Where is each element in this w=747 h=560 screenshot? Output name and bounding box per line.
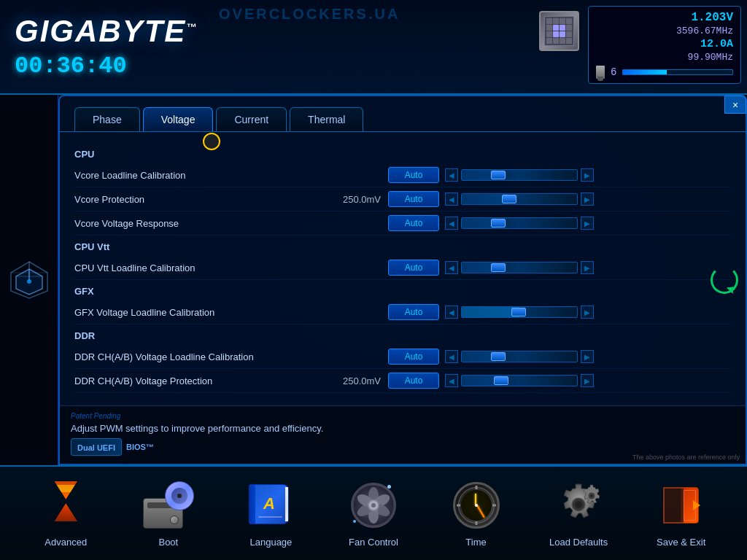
slider-track[interactable] xyxy=(461,217,578,229)
vcore-protection-value: 250.0mV xyxy=(330,194,388,205)
dual-uefi-badge: Dual UEFI xyxy=(71,438,122,456)
advanced-icon xyxy=(40,480,91,531)
slider-right-arrow[interactable]: ▶ xyxy=(581,192,594,206)
freq1-value: 3596.67MHz xyxy=(676,26,733,36)
boot-label: Boot xyxy=(158,537,178,548)
vcore-response-label: Vcore Voltage Response xyxy=(74,218,330,229)
slider-track[interactable] xyxy=(461,351,578,362)
tab-phase[interactable]: Phase xyxy=(74,107,140,131)
ddr-voltage-loadline-row: DDR CH(A/B) Voltage Loadline Calibration… xyxy=(74,345,731,369)
gfx-loadline-slider: ◀ ▶ xyxy=(445,306,594,319)
slider-right-arrow[interactable]: ▶ xyxy=(581,306,594,319)
language-icon: A xyxy=(245,480,296,531)
language-label: Language xyxy=(249,537,292,548)
main-panel: × Phase Voltage Current Thermal CPU Vcor… xyxy=(58,95,747,465)
slider-left-arrow[interactable]: ◀ xyxy=(445,261,458,274)
nav-item-save-exit[interactable]: Save & Exit xyxy=(645,480,718,548)
slider-left-arrow[interactable]: ◀ xyxy=(445,217,458,230)
gfx-loadline-label: GFX Voltage Loadline Calibration xyxy=(74,307,330,318)
pin-bar xyxy=(622,69,733,75)
dual-uefi-label: Dual UEFI xyxy=(77,443,115,452)
cube-icon xyxy=(7,258,51,302)
bios-label: BIOS™ xyxy=(126,443,154,451)
vcore-loadline-slider: ◀ ▶ xyxy=(445,168,594,182)
slider-right-arrow[interactable]: ▶ xyxy=(581,374,594,387)
slider-left-arrow[interactable]: ◀ xyxy=(445,374,458,387)
slider-right-arrow[interactable]: ▶ xyxy=(581,168,594,182)
top-bar: GIGABYTE™ 00:36:40 OVERCLOCKERS.UA xyxy=(0,0,747,95)
advanced-label: Advanced xyxy=(44,537,87,548)
content-area: CPU Vcore Loadline Calibration Auto ◀ ▶ … xyxy=(60,131,746,404)
voltage-value: 1.203V xyxy=(691,11,733,24)
watermark-text: OVERCLOCKERS.UA xyxy=(219,6,400,23)
freq2-stat: 99.90MHz xyxy=(596,52,733,63)
tabs-row: Phase Voltage Current Thermal xyxy=(60,96,746,131)
slider-track[interactable] xyxy=(461,375,578,386)
slider-track[interactable] xyxy=(461,306,578,318)
tab-thermal[interactable]: Thermal xyxy=(290,107,363,131)
close-button[interactable]: × xyxy=(724,96,746,114)
ddr-voltage-protection-auto-btn[interactable]: Auto xyxy=(388,373,439,389)
vcore-loadline-label: Vcore Loadline Calibration xyxy=(74,170,330,181)
cpu-vtt-section-header: CPU Vtt xyxy=(74,241,731,252)
cpu-vtt-loadline-row: CPU Vtt Loadline Calibration Auto ◀ ▶ xyxy=(74,256,731,280)
pin-stat: 6 xyxy=(596,66,733,79)
ddr-section-header: DDR xyxy=(74,330,731,341)
slider-right-arrow[interactable]: ▶ xyxy=(581,350,594,363)
ddr-voltage-loadline-slider: ◀ ▶ xyxy=(445,350,594,363)
vcore-response-slider: ◀ ▶ xyxy=(445,217,594,230)
vcore-response-auto-btn[interactable]: Auto xyxy=(388,215,439,231)
gfx-loadline-row: GFX Voltage Loadline Calibration Auto ◀ … xyxy=(74,300,731,324)
nav-item-time[interactable]: Time xyxy=(440,480,513,548)
fan-control-label: Fan Control xyxy=(349,537,398,548)
slider-left-arrow[interactable]: ◀ xyxy=(445,168,458,182)
time-label: Time xyxy=(465,537,486,548)
ddr-voltage-protection-value: 250.0mV xyxy=(330,376,388,386)
slider-right-arrow[interactable]: ▶ xyxy=(581,217,594,230)
cpu-stats-area xyxy=(539,11,579,51)
tab-voltage[interactable]: Voltage xyxy=(143,107,214,131)
freq2-value: 99.90MHz xyxy=(688,52,733,63)
nav-item-boot[interactable]: Boot xyxy=(132,480,205,548)
save-exit-label: Save & Exit xyxy=(657,537,705,548)
cpu-icon xyxy=(539,11,579,51)
gfx-loadline-auto-btn[interactable]: Auto xyxy=(388,304,439,320)
patent-text: Patent Pending xyxy=(71,412,735,420)
vcore-protection-row: Vcore Protection 250.0mV Auto ◀ ▶ xyxy=(74,187,731,211)
ddr-voltage-protection-row: DDR CH(A/B) Voltage Protection 250.0mV A… xyxy=(74,369,731,393)
load-defaults-label: Load Defaults xyxy=(549,537,608,548)
vcore-response-row: Vcore Voltage Response Auto ◀ ▶ xyxy=(74,211,731,236)
vcore-loadline-auto-btn[interactable]: Auto xyxy=(388,167,439,183)
gfx-section-header: GFX xyxy=(74,286,731,297)
vcore-protection-auto-btn[interactable]: Auto xyxy=(388,191,439,207)
slider-track[interactable] xyxy=(461,169,578,181)
ddr-voltage-loadline-auto-btn[interactable]: Auto xyxy=(388,349,439,365)
svg-point-19 xyxy=(590,494,593,497)
pin-icon xyxy=(596,66,605,79)
ddr-voltage-protection-slider: ◀ ▶ xyxy=(445,374,594,387)
slider-left-arrow[interactable]: ◀ xyxy=(445,350,458,363)
vcore-protection-label: Vcore Protection xyxy=(74,194,330,205)
fan-control-icon xyxy=(348,480,399,531)
cpu-vtt-loadline-auto-btn[interactable]: Auto xyxy=(388,260,439,276)
tab-current[interactable]: Current xyxy=(216,107,287,131)
vcore-loadline-row: Vcore Loadline Calibration Auto ◀ ▶ xyxy=(74,163,731,187)
current-stat: 12.0A xyxy=(596,38,733,50)
nav-item-language[interactable]: A Language xyxy=(234,480,307,548)
nav-item-advanced[interactable]: Advanced xyxy=(29,480,102,548)
status-text: Adjust PWM settings to improve performan… xyxy=(71,423,735,434)
slider-track[interactable] xyxy=(461,262,578,273)
cpu-section-header: CPU xyxy=(74,149,731,160)
ddr-voltage-loadline-label: DDR CH(A/B) Voltage Loadline Calibration xyxy=(74,351,330,362)
slider-left-arrow[interactable]: ◀ xyxy=(445,192,458,206)
nav-item-fan-control[interactable]: Fan Control xyxy=(337,480,410,548)
slider-track[interactable] xyxy=(461,193,578,205)
gigabyte-logo: GIGABYTE™ xyxy=(15,14,198,49)
time-icon xyxy=(451,480,502,531)
refresh-icon[interactable] xyxy=(711,266,738,294)
slider-right-arrow[interactable]: ▶ xyxy=(581,261,594,274)
nav-item-load-defaults[interactable]: Load Defaults xyxy=(542,480,615,548)
svg-point-17 xyxy=(575,501,582,508)
slider-left-arrow[interactable]: ◀ xyxy=(445,306,458,319)
load-defaults-icon xyxy=(553,480,604,531)
